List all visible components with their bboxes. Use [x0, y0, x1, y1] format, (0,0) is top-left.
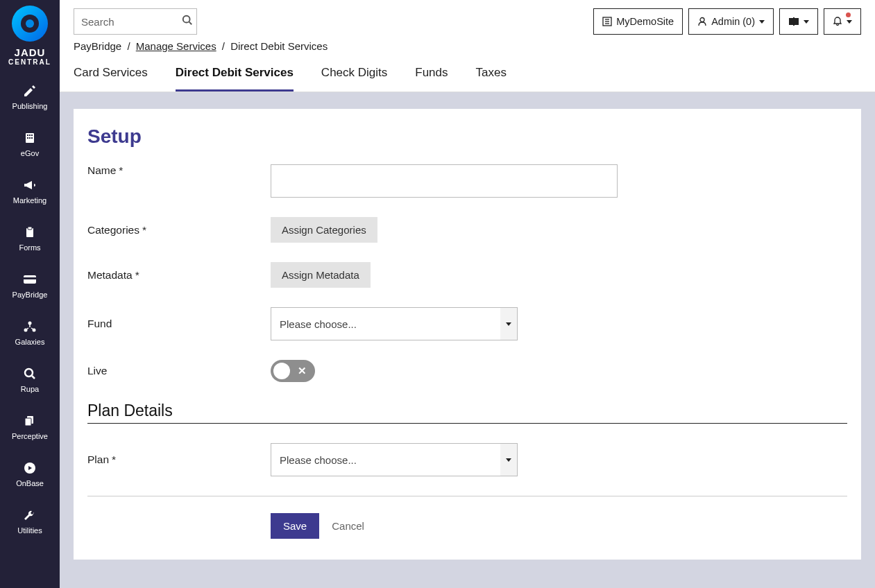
logo-circle-icon — [10, 4, 49, 43]
svg-rect-6 — [31, 135, 33, 136]
sidebar-item-marketing[interactable]: Marketing — [0, 167, 60, 214]
sidebar-item-label: Perceptive — [12, 432, 48, 440]
admin-menu-button[interactable]: Admin (0) — [688, 8, 774, 35]
brand-sub: CENTRAL — [8, 58, 51, 66]
copy-icon — [22, 413, 38, 429]
svg-rect-11 — [28, 227, 32, 230]
main: MyDemoSite Admin (0) PayBridge / Manage … — [60, 0, 875, 588]
svg-point-28 — [700, 18, 704, 22]
breadcrumb-current: Direct Debit Services — [230, 40, 328, 52]
live-toggle[interactable]: ✕ — [271, 360, 315, 382]
chevron-down-icon — [847, 20, 852, 24]
brand-name: JADU — [8, 46, 51, 58]
sidebar-item-label: eGov — [21, 149, 39, 157]
live-label: Live — [87, 365, 271, 377]
fund-label: Fund — [87, 318, 271, 330]
topbar-right: MyDemoSite Admin (0) — [593, 8, 861, 35]
name-input[interactable] — [271, 164, 618, 198]
row-plan: Plan* Please choose... — [87, 443, 847, 476]
building-icon — [22, 130, 38, 146]
admin-label: Admin (0) — [711, 16, 755, 27]
site-label: MyDemoSite — [616, 16, 674, 27]
tab-direct-debit-services[interactable]: Direct Debit Services — [176, 66, 294, 92]
save-button[interactable]: Save — [271, 513, 319, 539]
sidebar-item-label: PayBridge — [12, 291, 48, 299]
svg-point-2 — [26, 19, 34, 28]
row-live: Live ✕ — [87, 360, 847, 382]
pencil-icon — [22, 83, 38, 99]
svg-rect-4 — [27, 135, 28, 136]
sidebar-item-onbase[interactable]: OnBase — [0, 450, 60, 497]
name-label: Name* — [87, 164, 271, 177]
assign-categories-button[interactable]: Assign Categories — [271, 217, 377, 243]
sidebar-item-label: Galaxies — [15, 338, 45, 346]
sidebar-item-galaxies[interactable]: Galaxies — [0, 309, 60, 356]
search-wrap — [74, 8, 197, 35]
search-icon — [22, 365, 38, 382]
site-switcher-button[interactable]: MyDemoSite — [593, 8, 683, 35]
search-input[interactable] — [74, 8, 197, 35]
sidebar-item-paybridge[interactable]: PayBridge — [0, 261, 60, 309]
categories-label: Categories* — [87, 224, 271, 236]
section-plan-details: Plan Details — [87, 401, 847, 424]
search-icon — [182, 15, 193, 26]
tab-check-digits[interactable]: Check Digits — [321, 66, 387, 92]
chevron-down-icon — [759, 20, 765, 24]
sidebar-item-label: Rupa — [21, 385, 39, 393]
tab-taxes[interactable]: Taxes — [476, 66, 507, 92]
form-actions: Save Cancel — [271, 513, 847, 539]
bell-icon — [833, 17, 842, 26]
site-icon — [602, 17, 612, 26]
bullhorn-icon — [22, 177, 38, 193]
tab-funds[interactable]: Funds — [415, 66, 448, 92]
book-icon — [788, 17, 799, 26]
svg-rect-8 — [29, 137, 31, 139]
svg-line-18 — [32, 376, 35, 379]
breadcrumb-sep: / — [219, 40, 228, 52]
tab-card-services[interactable]: Card Services — [74, 66, 148, 92]
fund-select[interactable]: Please choose... — [271, 307, 518, 340]
row-name: Name* — [87, 164, 847, 198]
sidebar-item-forms[interactable]: Forms — [0, 214, 60, 261]
sidebar-item-rupa[interactable]: Rupa — [0, 356, 60, 403]
notification-dot-icon — [846, 12, 851, 17]
sidebar-item-perceptive[interactable]: Perceptive — [0, 403, 60, 450]
tabs: Card Services Direct Debit Services Chec… — [60, 56, 875, 92]
page-title: Setup — [87, 126, 847, 148]
sidebar-item-label: Utilities — [17, 526, 42, 535]
row-metadata: Metadata* Assign Metadata — [87, 262, 847, 288]
toggle-knob — [273, 363, 290, 379]
nodes-icon — [22, 318, 38, 335]
svg-point-14 — [28, 322, 32, 325]
brand-logo[interactable]: JADU CENTRAL — [8, 4, 51, 73]
topbar: MyDemoSite Admin (0) — [60, 0, 875, 40]
breadcrumb-link-manage-services[interactable]: Manage Services — [136, 40, 216, 52]
sidebar-item-egov[interactable]: eGov — [0, 120, 60, 167]
svg-line-23 — [189, 22, 192, 25]
play-circle-icon — [22, 460, 38, 476]
svg-rect-9 — [31, 137, 33, 139]
form-card: Setup Name* Categories* Assign Categorie… — [74, 109, 861, 560]
sidebar-item-utilities[interactable]: Utilities — [0, 497, 60, 544]
notifications-button[interactable] — [824, 8, 861, 35]
search-submit-button[interactable] — [182, 15, 193, 28]
wrench-icon — [22, 507, 38, 524]
plan-select[interactable]: Please choose... — [271, 443, 518, 476]
content-area: Setup Name* Categories* Assign Categorie… — [60, 92, 875, 588]
breadcrumb-item: PayBridge — [74, 40, 121, 52]
cancel-button[interactable]: Cancel — [332, 520, 364, 532]
svg-point-17 — [25, 369, 33, 377]
metadata-label: Metadata* — [87, 269, 271, 282]
sidebar-item-label: Marketing — [13, 196, 46, 205]
assign-metadata-button[interactable]: Assign Metadata — [271, 262, 371, 288]
sidebar-item-label: OnBase — [16, 479, 44, 487]
divider — [87, 496, 847, 496]
bookmarks-button[interactable] — [779, 8, 818, 35]
sidebar-item-label: Forms — [19, 243, 40, 252]
plan-label: Plan* — [87, 453, 271, 466]
toggle-off-icon: ✕ — [298, 365, 307, 377]
chevron-down-icon — [804, 20, 809, 24]
clipboard-icon — [22, 224, 38, 241]
svg-rect-5 — [29, 135, 31, 136]
sidebar-item-publishing[interactable]: Publishing — [0, 73, 60, 120]
